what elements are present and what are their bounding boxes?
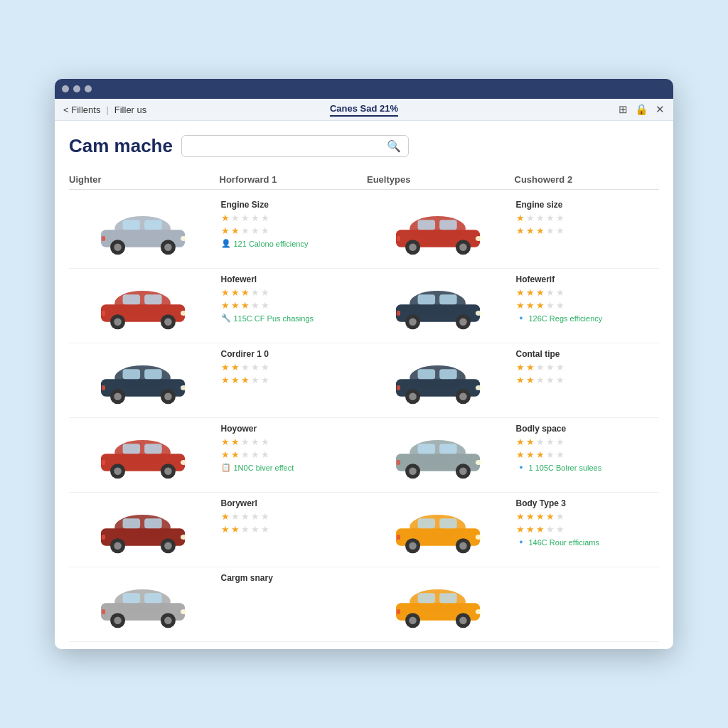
star: ★ [221,287,230,298]
svg-point-28 [181,311,187,316]
star: ★ [536,437,545,447]
svg-point-111 [410,589,466,614]
car-image-col1[interactable] [69,343,217,418]
svg-rect-33 [439,294,457,304]
car-image-col3[interactable] [364,343,512,418]
search-icon[interactable]: 🔍 [387,139,401,153]
stars-row: ★★★★★ [221,287,360,298]
car-image-col1[interactable] [69,269,217,343]
star: ★ [526,449,535,460]
svg-rect-23 [144,294,162,304]
star: ★ [261,362,269,373]
car-image-col3[interactable] [364,194,512,269]
car-illustration [388,206,488,256]
car-image-col1[interactable] [69,418,217,493]
svg-rect-22 [122,294,140,304]
svg-rect-79 [397,460,400,465]
car-image-right-6 [382,573,493,636]
meta-text: 121 Calono efficiency [234,240,309,248]
car-row: Borywerl ★★★★★ ★★★★★ Body T [69,493,659,567]
svg-rect-102 [122,593,140,603]
star: ★ [556,375,564,385]
star: ★ [536,524,545,535]
car-illustration [93,281,193,331]
star: ★ [261,225,269,236]
stars-row: ★★★★★ [516,213,655,223]
car-attr-label: Hofewerif [516,274,655,284]
car-attr-label: Hofewerl [221,274,360,284]
star: ★ [231,511,240,522]
lock-icon: 🔒 [635,103,648,116]
star: ★ [526,362,535,373]
star: ★ [556,300,564,311]
car-image-col3[interactable] [364,493,512,567]
svg-rect-13 [439,220,457,230]
car-illustration [388,579,488,629]
star: ★ [536,300,545,311]
star: ★ [526,213,535,223]
star: ★ [536,375,545,385]
car-illustration [388,505,488,555]
star: ★ [221,511,230,522]
star: ★ [526,375,535,385]
nav-filter-link[interactable]: Filler us [114,105,147,115]
svg-rect-112 [417,593,435,603]
svg-point-115 [409,617,417,625]
star: ★ [251,449,259,460]
back-label: < Fillents [63,105,100,115]
col1-header: Uighter [69,170,217,190]
star: ★ [536,511,545,522]
car-meta: 📋 1N0C biver effect [221,463,360,472]
svg-point-85 [114,542,122,550]
car-image-col1[interactable] [69,493,217,567]
star: ★ [231,225,240,236]
car-image-col3[interactable] [364,269,512,343]
svg-rect-49 [102,385,105,390]
stars-row: ★★★★★ [516,375,655,385]
star: ★ [536,449,545,460]
svg-rect-109 [102,609,105,614]
svg-point-47 [164,393,172,401]
search-input[interactable] [189,141,387,152]
stars-row: ★★★★★ [516,511,655,522]
col2-header: Horforward 1 [217,170,365,190]
close-button[interactable]: ✕ [655,103,665,116]
meta-icon: 🔹 [516,463,526,472]
star: ★ [546,300,555,311]
star: ★ [546,225,555,236]
star: ★ [221,225,230,236]
car-row: Hoyower ★★★★★ ★★★★★ 📋 1N0C biver effect [69,418,659,493]
car-image-4 [87,424,198,486]
svg-rect-69 [102,460,105,465]
nav-bar: < Fillents | Filler us Canes Sad 21% ⊞ 🔒… [55,99,673,121]
car-info-cell: Hofewerl ★★★★★ ★★★★★ 🔧 115C CF Pus chasi… [217,269,365,343]
star: ★ [221,524,230,535]
nav-back-button[interactable]: < Fillents [63,105,100,115]
star: ★ [241,300,250,311]
svg-point-37 [459,318,467,326]
car-info-cell [512,567,660,642]
meta-icon: 🔹 [516,314,526,323]
car-image-col1[interactable] [69,194,217,269]
star: ★ [251,287,259,298]
stars-row: ★★★★★ [516,225,655,236]
svg-point-101 [114,589,171,614]
svg-point-45 [114,393,122,401]
meta-icon: 📋 [221,463,231,472]
star: ★ [516,524,525,535]
svg-rect-92 [417,518,435,528]
star: ★ [516,225,525,236]
grid-view-icon[interactable]: ⊞ [619,103,628,116]
svg-rect-93 [439,518,457,528]
car-image-right-5 [382,498,493,561]
star: ★ [241,225,250,236]
star: ★ [231,213,240,223]
star: ★ [241,437,250,447]
car-image-col3[interactable] [364,567,512,642]
car-image-col1[interactable] [69,567,217,642]
star: ★ [546,524,555,535]
star: ★ [556,437,564,447]
star: ★ [251,524,259,535]
car-image-col3[interactable] [364,418,512,493]
star: ★ [241,287,250,298]
